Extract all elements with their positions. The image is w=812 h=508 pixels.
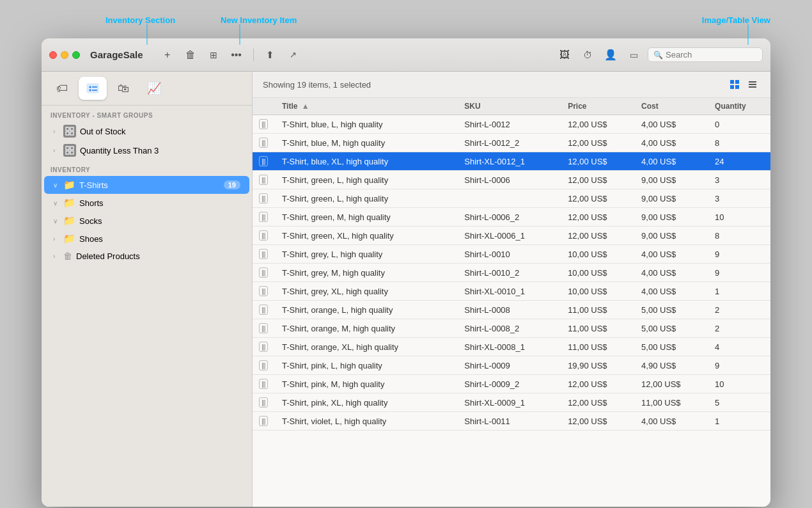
image-view-button[interactable]: 🖼 (556, 46, 574, 64)
sidebar-item-socks[interactable]: ∨ 📁 Socks (44, 212, 249, 230)
table-row[interactable]: |||T-Shirt, pink, XL, high qualityShirt-… (253, 393, 770, 412)
table-row[interactable]: |||T-Shirt, green, L, high quality12,00 … (253, 189, 770, 208)
table-row[interactable]: |||T-Shirt, blue, XL, high qualityShirt-… (253, 152, 770, 171)
table-row[interactable]: |||T-Shirt, pink, L, high qualityShirt-L… (253, 356, 770, 375)
table-row[interactable]: |||T-Shirt, orange, M, high qualityShirt… (253, 319, 770, 338)
sidebar-tab-cart[interactable]: 🛍 (109, 77, 137, 100)
folder-icon-shorts: 📁 (63, 197, 75, 209)
sidebar-tab-tag[interactable]: 🏷 (48, 77, 76, 100)
barcode-icon: ||| (259, 323, 268, 333)
search-input[interactable] (666, 50, 755, 60)
barcode-icon: ||| (259, 212, 268, 222)
sidebar-item-shorts[interactable]: ∨ 📁 Shorts (44, 194, 249, 212)
col-price: Price (561, 98, 635, 115)
row-quantity: 3 (708, 189, 770, 208)
row-cost: 4,00 US$ (635, 264, 708, 282)
table-row[interactable]: |||T-Shirt, grey, L, high qualityShirt-L… (253, 245, 770, 264)
table-row[interactable]: |||T-Shirt, orange, XL, high qualityShir… (253, 338, 770, 356)
barcode-icon: ||| (259, 267, 268, 278)
row-cost: 4,00 US$ (635, 282, 708, 301)
row-sku: Shirt-L-0012 (458, 115, 561, 134)
export-icon: ⬆ (266, 49, 274, 61)
close-button[interactable] (49, 51, 57, 59)
add-to-list-button[interactable]: ⊞ (205, 46, 223, 64)
sort-arrow-icon: ▲ (302, 102, 309, 111)
svg-rect-17 (735, 80, 739, 84)
row-price: 11,00 US$ (561, 319, 635, 338)
sidebar: 🏷 🛍 📈 INVENTORY - SMART GROUPS (42, 72, 253, 507)
table-row[interactable]: |||T-Shirt, grey, M, high qualityShirt-L… (253, 264, 770, 282)
clock-button[interactable]: ⏱ (579, 46, 597, 64)
row-quantity: 8 (708, 226, 770, 245)
table-header: Title ▲ SKU Price Cost Quantity (253, 98, 770, 115)
row-title: T-Shirt, pink, M, high quality (276, 375, 458, 393)
row-cost: 9,00 US$ (635, 189, 708, 208)
sidebar-item-qty-less-than-3[interactable]: › Quantity Less Than 3 (44, 141, 249, 160)
app-title: GarageSale (90, 49, 143, 60)
table-row[interactable]: |||T-Shirt, green, XL, high qualityShirt… (253, 226, 770, 245)
annotation-image-table: Image/Table View (702, 15, 770, 25)
export-button[interactable]: ⬆ (262, 46, 279, 64)
row-price: 12,00 US$ (561, 393, 635, 412)
table-row[interactable]: |||T-Shirt, orange, L, high qualityShirt… (253, 301, 770, 319)
deleted-label: Deleted Products (76, 251, 240, 261)
col-icon (253, 98, 276, 115)
list-view-button[interactable] (745, 77, 760, 92)
row-price: 12,00 US$ (561, 189, 635, 208)
sidebar-tab-chart[interactable]: 📈 (140, 77, 168, 100)
col-title[interactable]: Title ▲ (276, 98, 458, 115)
row-price: 10,00 US$ (561, 282, 635, 301)
add-button[interactable]: + (159, 46, 176, 64)
row-sku: Shirt-XL-0006_1 (458, 226, 561, 245)
chevron-icon-deleted: › (53, 253, 59, 260)
barcode-icon: ||| (259, 342, 268, 352)
row-price: 12,00 US$ (561, 226, 635, 245)
row-quantity: 2 (708, 319, 770, 338)
row-barcode-icon: ||| (253, 338, 276, 356)
inventory-label: INVENTORY (42, 160, 252, 176)
row-barcode-icon: ||| (253, 134, 276, 152)
table-row[interactable]: |||T-Shirt, violet, L, high qualityShirt… (253, 412, 770, 431)
panel-button[interactable]: ▭ (625, 46, 643, 64)
sidebar-item-out-of-stock[interactable]: › Out of Stock (44, 122, 249, 141)
barcode-icon: ||| (259, 379, 268, 389)
chevron-icon-2: › (53, 147, 59, 154)
fullscreen-button[interactable] (72, 51, 80, 59)
svg-rect-12 (66, 147, 69, 150)
sidebar-tab-inventory[interactable] (79, 77, 107, 100)
folder-icon-shoes: 📁 (63, 233, 75, 244)
row-sku: Shirt-L-0010_2 (458, 264, 561, 282)
barcode-icon: ||| (259, 360, 268, 370)
svg-rect-8 (66, 127, 69, 131)
barcode-icon: ||| (259, 397, 268, 408)
row-title: T-Shirt, grey, M, high quality (276, 264, 458, 282)
sidebar-tabs: 🏷 🛍 📈 (42, 72, 252, 106)
table-row[interactable]: |||T-Shirt, blue, L, high qualityShirt-L… (253, 115, 770, 134)
table-row[interactable]: |||T-Shirt, green, L, high qualityShirt-… (253, 171, 770, 189)
table-row[interactable]: |||T-Shirt, pink, M, high qualityShirt-L… (253, 375, 770, 393)
row-title: T-Shirt, blue, XL, high quality (276, 152, 458, 171)
folder-icon-socks: 📁 (63, 215, 75, 226)
sidebar-item-shoes[interactable]: › 📁 Shoes (44, 230, 249, 248)
minimize-button[interactable] (61, 51, 68, 59)
table-row[interactable]: |||T-Shirt, blue, M, high qualityShirt-L… (253, 134, 770, 152)
row-cost: 9,00 US$ (635, 226, 708, 245)
share-button[interactable]: ↗ (285, 46, 302, 64)
row-cost: 4,00 US$ (635, 245, 708, 264)
person-button[interactable]: 👤 (602, 46, 620, 64)
delete-button[interactable]: 🗑 (182, 46, 199, 64)
svg-rect-14 (66, 151, 69, 154)
search-box[interactable]: 🔍 (648, 47, 763, 62)
row-price: 10,00 US$ (561, 245, 635, 264)
row-cost: 5,00 US$ (635, 319, 708, 338)
sidebar-item-deleted[interactable]: › 🗑 Deleted Products (44, 248, 249, 264)
clock-icon: ⏱ (583, 50, 592, 60)
grid-view-button[interactable] (727, 77, 742, 92)
more-button[interactable]: ••• (228, 46, 246, 64)
table-row[interactable]: |||T-Shirt, green, M, high qualityShirt-… (253, 208, 770, 226)
row-price: 12,00 US$ (561, 412, 635, 431)
main-area: 🏷 🛍 📈 INVENTORY - SMART GROUPS (42, 72, 770, 507)
content-status: Showing 19 items, 1 selected (263, 80, 727, 90)
sidebar-item-t-shirts[interactable]: ∨ 📁 T-Shirts 19 (44, 176, 249, 194)
table-row[interactable]: |||T-Shirt, grey, XL, high qualityShirt-… (253, 282, 770, 301)
